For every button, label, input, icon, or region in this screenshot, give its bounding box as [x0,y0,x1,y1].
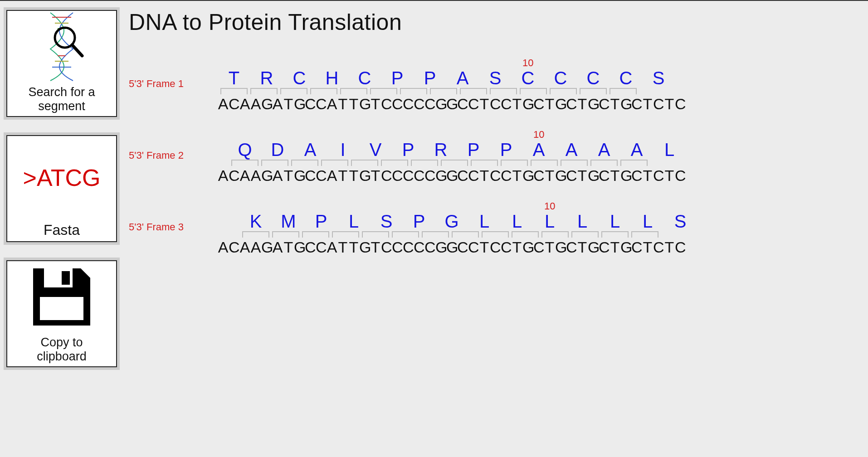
nucleotide: C [501,167,512,185]
position-marker: 10 [544,200,555,212]
nucleotide: G [588,167,599,185]
fasta-label: Fasta [6,220,117,242]
svg-rect-10 [40,297,83,320]
nucleotide: A [250,238,261,256]
fasta-button[interactable]: >ATCG Fasta [4,132,120,245]
nucleotide: A [218,238,229,256]
nucleotide: G [261,238,272,256]
nucleotide: C [305,238,316,256]
nucleotide: C [490,238,501,256]
nucleotide: G [294,238,305,256]
nucleotide: G [359,238,370,256]
nucleotide: A [327,238,337,256]
frames-container: 5'3' Frame 110TRCHCPPASCCCCSACAAGATGCCAT… [127,54,868,269]
codon-bracket [590,160,618,166]
codon-bracket [452,231,479,238]
codon-bracket [340,88,367,94]
copy-clipboard-button[interactable]: Copy toclipboard [4,258,120,370]
nucleotide: C [392,95,403,113]
codon-bracket [441,160,468,166]
amino-acid: P [392,140,424,160]
amino-acid: S [479,68,512,88]
amino-acid: P [414,68,446,88]
position-marker: 10 [522,57,533,69]
amino-acid: I [327,140,359,160]
svg-line-7 [72,45,82,56]
codon-bracket [531,160,558,166]
nucleotide: C [414,95,424,113]
nucleotide: A [218,167,229,185]
nucleotide: T [610,238,620,256]
codon-bracket [370,88,397,94]
codon-bracket [482,231,509,238]
nucleotide: T [370,238,381,256]
amino-acid: R [424,140,457,160]
codon-bracket [471,160,498,166]
nucleotide: T [512,238,522,256]
nucleotide: C [457,167,468,185]
codon-bracket [501,160,528,166]
nucleotide: A [272,95,283,113]
codon-bracket [561,160,588,166]
nucleotide: A [239,167,250,185]
nucleotide: A [239,95,250,113]
nucleotide: C [414,238,424,256]
nucleotide: C [424,167,435,185]
codon-bracket [430,88,457,94]
amino-acid: L [631,211,664,232]
nucleotide: C [403,167,414,185]
copy-clipboard-label: Copy toclipboard [6,334,117,367]
nucleotide: C [599,95,610,113]
amino-acid: C [610,68,642,88]
nucleotide: A [239,238,250,256]
amino-acid: P [490,140,522,160]
nucleotide: T [577,167,588,185]
codon-bracket [242,231,269,238]
codon-bracket [310,88,337,94]
nucleotide: C [490,167,501,185]
frame-label: 5'3' Frame 1 [129,78,184,90]
amino-acid: S [664,211,697,232]
dna-sequence-row: ACAAGATGCCATTGTCCCCCGGCCTCCTGCTGCTGCTGCT… [218,95,686,113]
frame-label: 5'3' Frame 2 [129,150,184,161]
nucleotide: C [229,95,239,113]
amino-acid: K [239,211,272,232]
nucleotide: C [381,238,392,256]
nucleotide: G [359,95,370,113]
nucleotide: A [250,167,261,185]
nucleotide: T [642,95,653,113]
nucleotide: A [327,95,337,113]
dna-sequence-row: ACAAGATGCCATTGTCCCCCGGCCTCCTGCTGCTGCTGCT… [218,238,686,256]
amino-acid-row: QDAIVPRPPAAAAL [229,140,686,160]
amino-acid: P [457,140,490,160]
nucleotide: T [283,167,294,185]
codon-bracket [601,231,629,238]
nucleotide: C [414,167,424,185]
nucleotide: C [392,167,403,185]
nucleotide: T [610,95,620,113]
nucleotide: C [675,238,686,256]
search-segment-button[interactable]: Search for asegment [4,7,120,120]
codon-bracket [280,88,307,94]
frame-label: 5'3' Frame 3 [129,221,184,233]
nucleotide: C [653,238,664,256]
nucleotide: C [501,238,512,256]
nucleotide: T [544,167,555,185]
page-title: DNA to Protein Translation [129,9,868,35]
nucleotide: C [316,167,327,185]
nucleotide: C [305,167,316,185]
nucleotide: C [501,95,512,113]
nucleotide: C [381,95,392,113]
nucleotide: T [664,95,675,113]
fasta-icon: >ATCG [6,135,117,220]
codon-bracket [321,160,348,166]
amino-acid: C [348,68,381,88]
nucleotide: C [305,95,316,113]
dna-sequence-row: ACAAGATGCCATTGTCCCCCGGCCTCCTGCTGCTGCTGCT… [218,167,686,185]
nucleotide: G [555,238,566,256]
nucleotide: T [348,167,359,185]
nucleotide: C [653,167,664,185]
codon-bracket [512,231,539,238]
nucleotide: G [555,167,566,185]
codon-bracket [381,160,408,166]
